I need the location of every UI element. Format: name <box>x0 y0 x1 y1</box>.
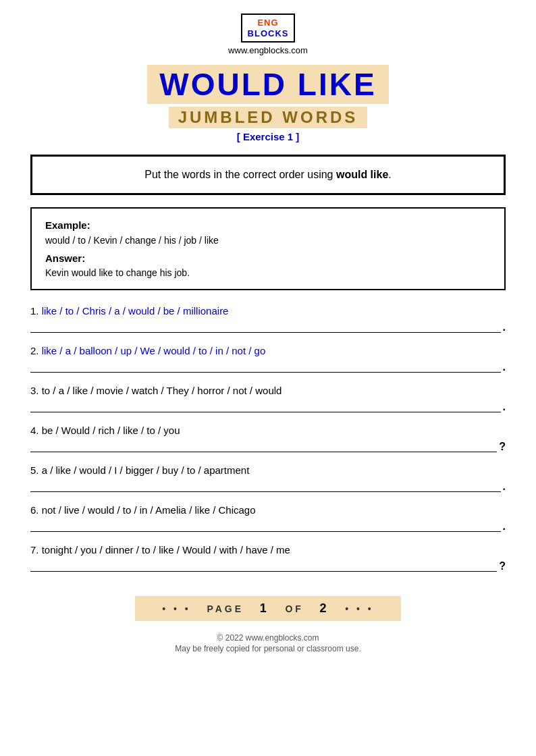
q3-answer-line <box>30 400 501 412</box>
page-total: 2 <box>320 601 329 615</box>
q6-answer-line <box>30 520 501 532</box>
page-label: PAGE <box>207 603 244 614</box>
footer: © 2022 www.engblocks.com May be freely c… <box>175 633 360 655</box>
q2-punctuation: . <box>503 362 506 373</box>
q3-punctuation: . <box>503 402 506 412</box>
question-3: 3. to / a / like / movie / watch / They … <box>30 385 506 412</box>
website-url: www.engblocks.com <box>228 45 308 55</box>
q3-words: to / a / like / movie / watch / They / h… <box>42 385 282 396</box>
question-4: 4. be / Would / rich / like / to / you ? <box>30 425 506 452</box>
q5-punctuation: . <box>503 481 506 492</box>
question-4-text: 4. be / Would / rich / like / to / you <box>30 425 506 436</box>
q2-answer-row: . <box>30 360 506 373</box>
q7-answer-row: ? <box>30 560 506 572</box>
question-5-text: 5. a / like / would / I / bigger / buy /… <box>30 464 506 476</box>
instruction-box: Put the words in the correct order using… <box>30 155 506 195</box>
q6-punctuation: . <box>503 521 506 532</box>
question-7-text: 7. tonight / you / dinner / to / like / … <box>30 544 506 556</box>
q2-number: 2. <box>30 345 39 356</box>
q4-answer-line <box>30 440 497 452</box>
question-2-text: 2. like / a / balloon / up / We / would … <box>30 345 506 356</box>
q5-words: a / like / would / I / bigger / buy / to… <box>42 464 250 476</box>
instruction-bold: would like <box>336 169 388 180</box>
q1-answer-row: . <box>30 321 506 333</box>
dots-left: • • • <box>162 603 190 614</box>
footer-license: May be freely copied for personal or cla… <box>175 644 360 653</box>
dots-right: • • • <box>345 603 373 614</box>
q5-answer-line <box>30 480 501 492</box>
logo-area: ENG BLOCKS www.engblocks.com <box>228 14 308 62</box>
answer-label: Answer: <box>45 252 491 264</box>
q6-number: 6. <box>30 504 39 516</box>
q7-words: tonight / you / dinner / to / like / Wou… <box>42 544 290 556</box>
main-title: WOULD LIKE <box>147 65 388 104</box>
q7-number: 7. <box>30 544 39 556</box>
q2-words: like / a / balloon / up / We / would / t… <box>42 345 266 356</box>
q1-punctuation: . <box>503 322 506 333</box>
logo-blocks: BLOCKS <box>248 28 289 38</box>
question-1: 1. like / to / Chris / a / would / be / … <box>30 305 506 333</box>
page-indicator: • • • PAGE 1 OF 2 • • • <box>135 596 400 621</box>
example-words: would / to / Kevin / change / his / job … <box>45 235 491 246</box>
instruction-text-before: Put the words in the correct order using <box>144 169 336 180</box>
q3-number: 3. <box>30 385 39 396</box>
question-6-text: 6. not / live / would / to / in / Amelia… <box>30 504 506 516</box>
of-label: OF <box>285 603 303 614</box>
q7-punctuation: ? <box>499 561 506 572</box>
instruction-text-after: . <box>388 169 391 180</box>
page-current: 1 <box>260 601 269 615</box>
exercise-label: [ Exercise 1 ] <box>237 131 300 142</box>
logo-eng: ENG <box>257 18 278 28</box>
questions-area: 1. like / to / Chris / a / would / be / … <box>30 305 506 584</box>
q2-answer-line <box>30 360 501 373</box>
q1-words: like / to / Chris / a / would / be / mil… <box>42 305 229 317</box>
q7-answer-line <box>30 560 497 572</box>
q4-words: be / Would / rich / like / to / you <box>42 425 180 436</box>
answer-text: Kevin would like to change his job. <box>45 267 491 278</box>
q6-answer-row: . <box>30 520 506 532</box>
q4-answer-row: ? <box>30 440 506 452</box>
sub-title: JUMBLED WORDS <box>169 107 368 128</box>
q4-punctuation: ? <box>499 441 506 452</box>
question-7: 7. tonight / you / dinner / to / like / … <box>30 544 506 572</box>
page: ENG BLOCKS www.engblocks.com WOULD LIKE … <box>0 0 536 756</box>
q5-number: 5. <box>30 464 39 476</box>
q1-number: 1. <box>30 305 39 317</box>
q5-answer-row: . <box>30 480 506 492</box>
footer-copyright: © 2022 www.engblocks.com <box>175 633 360 643</box>
question-3-text: 3. to / a / like / movie / watch / They … <box>30 385 506 396</box>
logo: ENG BLOCKS <box>241 14 296 43</box>
q1-answer-line <box>30 321 501 333</box>
q6-words: not / live / would / to / in / Amelia / … <box>42 504 256 516</box>
question-5: 5. a / like / would / I / bigger / buy /… <box>30 464 506 492</box>
example-box: Example: would / to / Kevin / change / h… <box>30 207 506 290</box>
question-1-text: 1. like / to / Chris / a / would / be / … <box>30 305 506 317</box>
example-label: Example: <box>45 219 491 231</box>
q4-number: 4. <box>30 425 39 436</box>
question-6: 6. not / live / would / to / in / Amelia… <box>30 504 506 532</box>
q3-answer-row: . <box>30 400 506 412</box>
question-2: 2. like / a / balloon / up / We / would … <box>30 345 506 373</box>
